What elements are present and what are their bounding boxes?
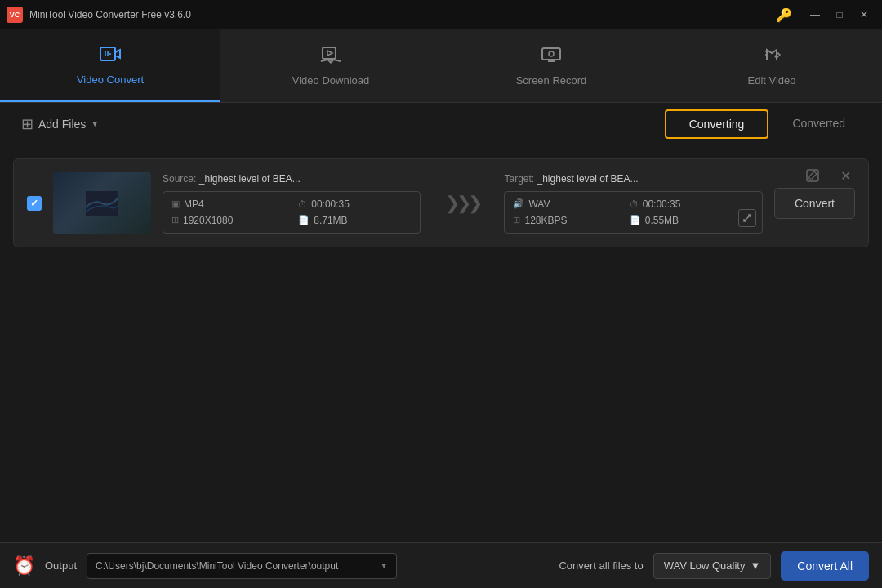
output-path-wrapper[interactable]: C:\Users\bj\Documents\MiniTool Video Con… bbox=[87, 553, 397, 579]
tab-video-download[interactable]: Video Download bbox=[220, 29, 441, 102]
target-box-wrapper: 🔊 WAV ⏱ 00:00:35 ⊞ 128KBPS 📄 0.55MB bbox=[504, 191, 762, 234]
thumbnail-image bbox=[53, 172, 151, 234]
svg-rect-6 bbox=[807, 170, 818, 181]
target-label: Target: _highest level of BEA... bbox=[504, 173, 762, 185]
file-thumbnail bbox=[53, 172, 151, 234]
screen-record-icon bbox=[540, 45, 563, 69]
tab-screen-record[interactable]: Screen Record bbox=[441, 29, 662, 102]
subtab-converted[interactable]: Converted bbox=[768, 109, 869, 139]
target-duration-row: ⏱ 00:00:35 bbox=[630, 198, 733, 210]
source-resolution: 1920X1080 bbox=[183, 215, 233, 226]
source-format: MP4 bbox=[184, 198, 204, 210]
target-duration-icon: ⏱ bbox=[630, 199, 639, 209]
svg-marker-2 bbox=[327, 51, 332, 56]
source-resolution-row: ⊞ 1920X1080 bbox=[172, 215, 285, 226]
titlebar: VC MiniTool Video Converter Free v3.6.0 … bbox=[0, 0, 882, 29]
app-logo: VC bbox=[7, 7, 23, 23]
svg-point-4 bbox=[549, 51, 554, 56]
output-path: C:\Users\bj\Documents\MiniTool Video Con… bbox=[96, 560, 375, 572]
video-convert-label: Video Convert bbox=[77, 74, 144, 86]
edit-video-icon bbox=[760, 45, 783, 69]
minimize-button[interactable]: — bbox=[804, 7, 826, 23]
target-filename: _highest level of BEA... bbox=[537, 173, 639, 185]
source-size: 8.71MB bbox=[314, 215, 347, 226]
video-convert-icon bbox=[99, 44, 122, 69]
duration-icon: ⏱ bbox=[298, 199, 307, 209]
target-duration: 00:00:35 bbox=[643, 198, 681, 210]
file-checkbox[interactable] bbox=[27, 196, 42, 211]
output-path-dropdown-icon: ▼ bbox=[380, 561, 388, 570]
target-resize-icon[interactable] bbox=[738, 209, 756, 227]
tab-edit-video[interactable]: Edit Video bbox=[662, 29, 882, 102]
svg-rect-3 bbox=[542, 48, 560, 60]
subtab-converting[interactable]: Converting bbox=[665, 109, 769, 139]
convert-arrow: ❯❯❯ bbox=[432, 193, 492, 214]
subtabs: Converting Converted bbox=[665, 109, 869, 139]
size-icon: 📄 bbox=[298, 215, 310, 225]
format-icon: ▣ bbox=[172, 198, 180, 209]
target-size: 0.55MB bbox=[645, 215, 679, 226]
convert-all-label: Convert all files to bbox=[559, 559, 643, 572]
key-icon[interactable]: 🔑 bbox=[776, 7, 792, 23]
target-format-icon: 🔊 bbox=[513, 198, 524, 209]
source-duration: 00:00:35 bbox=[311, 198, 350, 210]
resolution-icon: ⊞ bbox=[172, 215, 179, 225]
convert-button[interactable]: Convert bbox=[774, 188, 855, 219]
source-size-row: 📄 8.71MB bbox=[298, 215, 412, 226]
target-bitrate-icon: ⊞ bbox=[513, 215, 520, 225]
target-bitrate-row: ⊞ 128KBPS bbox=[513, 215, 616, 226]
output-label: Output bbox=[45, 559, 77, 572]
main-nav: Video Convert Video Download Screen Reco… bbox=[0, 29, 882, 103]
edit-video-label: Edit Video bbox=[747, 74, 795, 87]
source-format-row: ▣ MP4 bbox=[172, 198, 285, 210]
source-filename: _highest level of BEA... bbox=[199, 173, 301, 185]
add-files-button[interactable]: ⊞ Add Files ▼ bbox=[13, 110, 107, 138]
dropdown-arrow-icon: ▼ bbox=[91, 119, 99, 128]
plus-icon: ⊞ bbox=[21, 115, 33, 133]
video-download-label: Video Download bbox=[292, 74, 369, 87]
source-duration-row: ⏱ 00:00:35 bbox=[298, 198, 412, 210]
screen-record-label: Screen Record bbox=[516, 74, 587, 87]
source-info: Source: _highest level of BEA... ▣ MP4 ⏱… bbox=[163, 173, 421, 234]
video-download-icon bbox=[319, 45, 342, 69]
target-info: Target: _highest level of BEA... 🔊 WAV ⏱… bbox=[504, 173, 762, 234]
add-files-label: Add Files bbox=[38, 118, 86, 131]
toolbar: ⊞ Add Files ▼ Converting Converted bbox=[0, 103, 882, 145]
target-details: 🔊 WAV ⏱ 00:00:35 ⊞ 128KBPS 📄 0.55MB bbox=[504, 191, 762, 234]
wav-quality-label: WAV Low Quality bbox=[664, 559, 746, 572]
wav-quality-button[interactable]: WAV Low Quality ▼ bbox=[653, 553, 772, 579]
target-size-icon: 📄 bbox=[630, 215, 641, 225]
close-button[interactable]: ✕ bbox=[853, 7, 875, 23]
target-size-row: 📄 0.55MB bbox=[630, 215, 733, 226]
target-bitrate: 128KBPS bbox=[524, 215, 567, 226]
target-format: WAV bbox=[528, 198, 550, 210]
source-details: ▣ MP4 ⏱ 00:00:35 ⊞ 1920X1080 📄 8.71MB bbox=[163, 191, 421, 234]
wav-quality-dropdown-icon: ▼ bbox=[750, 559, 760, 572]
source-label: Source: _highest level of BEA... bbox=[163, 173, 421, 185]
window-controls: 🔑 — □ ✕ bbox=[776, 7, 875, 23]
tab-video-convert[interactable]: Video Convert bbox=[0, 29, 220, 102]
edit-button[interactable] bbox=[803, 166, 822, 185]
remove-file-button[interactable]: ✕ bbox=[835, 166, 855, 185]
maximize-button[interactable]: □ bbox=[828, 7, 851, 23]
target-format-row: 🔊 WAV bbox=[513, 198, 616, 210]
app-title: MiniTool Video Converter Free v3.6.0 bbox=[29, 9, 776, 20]
convert-all-button[interactable]: Convert All bbox=[781, 551, 869, 581]
file-item: Source: _highest level of BEA... ▣ MP4 ⏱… bbox=[13, 158, 869, 247]
main-content: Source: _highest level of BEA... ▣ MP4 ⏱… bbox=[0, 145, 882, 542]
bottombar: ⏰ Output C:\Users\bj\Documents\MiniTool … bbox=[0, 542, 882, 588]
output-clock-icon: ⏰ bbox=[13, 555, 35, 577]
